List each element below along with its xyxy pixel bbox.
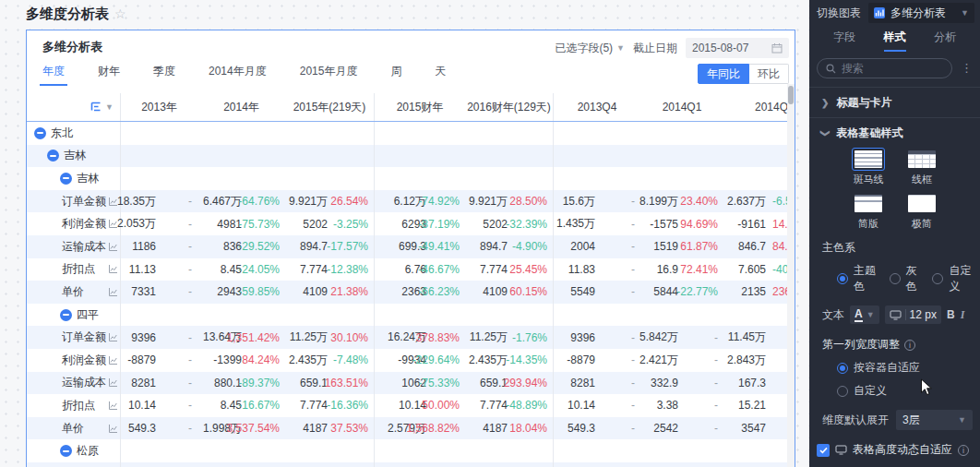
row-label-cell: 运输成本 [27, 235, 121, 258]
font-size-value: 12 px [910, 308, 937, 321]
chart-icon[interactable] [108, 287, 118, 297]
selected-fields-dropdown[interactable]: 已选字段(5) ▼ [555, 41, 625, 56]
radio-icon[interactable] [837, 363, 848, 374]
style-thumbnail[interactable] [852, 192, 885, 215]
pct-cell: -1.76% [511, 326, 553, 349]
table-corner-cell[interactable]: ▼ [27, 93, 121, 121]
search-icon [826, 64, 836, 74]
pct-cell: - [682, 326, 723, 349]
pct-cell: 23.40% [682, 190, 723, 213]
pct-cell: - [599, 235, 640, 258]
first-col-option-按容器自适应[interactable]: 按容器自适应 [837, 360, 973, 376]
column-header: 2015财年 [374, 93, 465, 121]
compare-button-年同比[interactable]: 年同比 [698, 64, 749, 84]
style-thumbnail[interactable] [852, 148, 885, 171]
pct-cell [331, 439, 374, 462]
color-option-自定义[interactable]: 自定义 [932, 263, 973, 294]
bold-button[interactable]: B [947, 308, 955, 321]
radio-icon[interactable] [837, 273, 848, 284]
font-size-control[interactable]: 12 px [885, 305, 941, 324]
tab-2015年月度[interactable]: 2015年月度 [300, 64, 358, 86]
collapse-icon[interactable] [60, 309, 72, 321]
row-label-cell[interactable]: 四平 [27, 304, 121, 327]
chart-icon[interactable] [108, 264, 118, 274]
chart-type-select[interactable]: 多维分析表 ▼ [868, 3, 974, 23]
style-option-线框[interactable]: 线框 [895, 148, 949, 186]
pct-cell [430, 122, 465, 145]
tab-天[interactable]: 天 [435, 64, 446, 86]
style-thumbnail[interactable] [905, 148, 938, 171]
dim-expand-select[interactable]: 3层 ▼ [896, 410, 973, 430]
radio-icon[interactable] [932, 273, 943, 284]
row-label-cell[interactable]: 吉林 [27, 145, 121, 168]
color-option-灰色[interactable]: 灰色 [890, 263, 921, 294]
style-option-简版[interactable]: 简版 [842, 192, 895, 231]
chart-icon[interactable] [108, 242, 118, 252]
pct-cell [160, 145, 197, 168]
pct-cell [511, 122, 553, 145]
sidebar-tab-分析[interactable]: 分析 [934, 30, 956, 52]
section-table-style[interactable]: ❯ 表格基础样式 [809, 117, 980, 148]
sidebar-tab-字段[interactable]: 字段 [833, 30, 855, 52]
chevron-down-icon: ▼ [958, 415, 966, 425]
pivot-table: ▼ 2013年2014年2015年(219天)2015财年2016财年(129天… [27, 93, 795, 467]
section-label: 标题与卡片 [836, 95, 891, 111]
collapse-icon[interactable] [60, 173, 72, 185]
pct-cell: -29.52% [245, 235, 285, 258]
tab-2014年月度[interactable]: 2014年月度 [209, 64, 267, 86]
style-option-极简[interactable]: 极简 [895, 192, 949, 231]
chart-icon[interactable] [108, 332, 118, 342]
value-cell: 2.637万 [723, 190, 770, 213]
italic-button[interactable]: I [961, 308, 965, 322]
more-options-icon[interactable]: ⋮ [961, 64, 973, 73]
column-header: 2014Q [723, 93, 788, 121]
scrollbar-thumb[interactable] [788, 86, 794, 104]
row-label-cell: 运输成本 [27, 372, 121, 395]
dim-expand-value: 3层 [902, 413, 920, 428]
pct-cell: 14.6 [770, 212, 788, 235]
row-label-cell: 单价 [27, 281, 121, 304]
pct-cell: -66.23% [430, 281, 465, 304]
chart-icon[interactable] [108, 424, 118, 434]
pct-cell [770, 439, 788, 462]
auto-height-checkbox[interactable] [817, 444, 830, 457]
first-col-option-自定义[interactable]: 自定义 [837, 383, 973, 399]
check-icon [819, 447, 828, 454]
compare-button-环比[interactable]: 环比 [749, 64, 789, 84]
style-option-斑马线[interactable]: 斑马线 [842, 148, 895, 186]
style-thumbnail[interactable] [905, 192, 938, 215]
chart-icon[interactable] [108, 355, 118, 365]
tab-季度[interactable]: 季度 [153, 64, 175, 86]
pct-cell [245, 145, 285, 168]
collapse-icon[interactable] [47, 150, 59, 162]
favorite-star-icon[interactable]: ☆ [114, 6, 126, 21]
chart-icon[interactable] [108, 401, 118, 411]
pct-cell [599, 145, 640, 168]
chart-icon[interactable] [108, 377, 118, 388]
search-input[interactable]: 搜索 [817, 58, 952, 78]
sidebar-tab-样式[interactable]: 样式 [884, 30, 906, 52]
collapse-icon[interactable] [34, 127, 46, 139]
row-label-cell[interactable]: 吉林 [27, 167, 121, 190]
collapse-icon[interactable] [60, 445, 72, 457]
value-cell: 1519 [640, 235, 682, 258]
table-vertical-scrollbar[interactable] [787, 84, 795, 467]
value-cell: 4187 [465, 417, 511, 440]
tab-年度[interactable]: 年度 [42, 64, 65, 86]
radio-icon[interactable] [837, 386, 848, 397]
pct-cell: 94.69% [682, 212, 723, 235]
row-label-cell[interactable]: 东北 [27, 122, 121, 145]
row-label-cell[interactable]: 松原 [27, 439, 121, 462]
tab-财年[interactable]: 财年 [98, 64, 120, 86]
section-title-card[interactable]: ❯ 标题与卡片 [809, 87, 980, 117]
value-cell: 549.3 [553, 417, 599, 440]
color-option-主题色[interactable]: 主题色 [837, 263, 878, 294]
table-row: 单价7331-2943-59.85%410921.38%2363-66.23%4… [27, 281, 795, 304]
info-icon: i [904, 340, 915, 351]
radio-icon[interactable] [890, 273, 901, 284]
tab-周[interactable]: 周 [390, 64, 401, 86]
pct-cell: - [599, 258, 640, 281]
value-cell [465, 304, 511, 327]
font-color-picker[interactable]: A ▼ [850, 305, 879, 324]
deadline-date-input[interactable]: 2015-08-07 [686, 38, 789, 58]
